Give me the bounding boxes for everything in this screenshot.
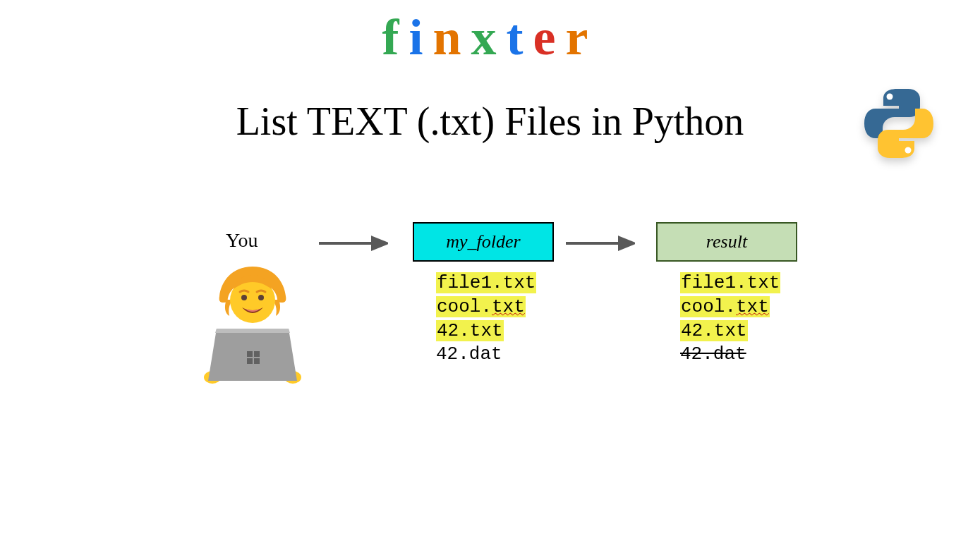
svg-point-3: [241, 295, 247, 300]
logo-letter-t: t: [507, 8, 533, 67]
logo-letter-i: i: [409, 8, 433, 67]
arrow-icon: [564, 233, 635, 254]
finxter-logo: finxter: [382, 8, 598, 67]
file-name: file1.txt: [436, 272, 536, 293]
file-name: file1.txt: [680, 272, 780, 293]
list-item: 42.dat: [436, 343, 536, 367]
file-name: cool.txt: [680, 296, 770, 317]
logo-letter-r: r: [566, 8, 598, 67]
svg-rect-8: [254, 351, 260, 357]
person-laptop-icon: [193, 261, 313, 384]
svg-marker-12: [373, 238, 387, 249]
file-name: 42.txt: [680, 320, 748, 341]
list-item: cool.txt: [436, 295, 536, 319]
logo-letter-n: n: [433, 8, 471, 67]
logo-letter-f: f: [382, 8, 409, 67]
list-item: file1.txt: [436, 272, 536, 295]
file-name: 42.txt: [436, 320, 504, 341]
arrow-icon: [317, 233, 388, 254]
file-name-excluded: 42.dat: [680, 343, 746, 365]
svg-point-4: [258, 295, 264, 300]
svg-rect-10: [254, 358, 260, 364]
svg-point-0: [887, 94, 893, 100]
list-item: 42.txt: [680, 319, 780, 343]
file-name: cool.txt: [436, 296, 526, 317]
you-label: You: [226, 229, 258, 252]
result-box: result: [656, 222, 797, 262]
page-title: List TEXT (.txt) Files in Python: [236, 99, 744, 144]
logo-letter-e: e: [533, 8, 566, 67]
svg-rect-7: [247, 351, 253, 357]
svg-marker-14: [619, 238, 634, 249]
list-item: 42.txt: [436, 319, 536, 343]
svg-rect-9: [247, 358, 253, 364]
folder-box: my_folder: [413, 222, 554, 262]
list-item: file1.txt: [680, 272, 780, 295]
python-logo-icon: [860, 85, 938, 162]
list-item: cool.txt: [680, 295, 780, 319]
svg-point-1: [905, 147, 912, 154]
result-box-label: result: [706, 231, 747, 252]
logo-letter-x: x: [471, 8, 507, 67]
folder-box-label: my_folder: [446, 231, 520, 252]
folder-file-list: file1.txt cool.txt 42.txt 42.dat: [436, 272, 536, 367]
list-item: 42.dat: [680, 343, 780, 367]
result-file-list: file1.txt cool.txt 42.txt 42.dat: [680, 272, 780, 367]
file-name: 42.dat: [436, 343, 502, 365]
